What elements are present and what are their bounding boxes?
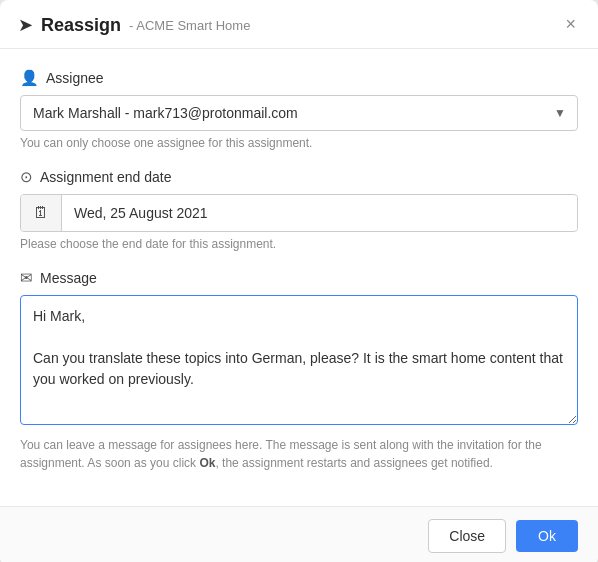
dialog-subtitle: - ACME Smart Home bbox=[129, 18, 250, 33]
dialog-footer: Close Ok bbox=[0, 506, 598, 562]
date-hint: Please choose the end date for this assi… bbox=[20, 237, 578, 251]
reassign-dialog: ➤ Reassign - ACME Smart Home × 👤 Assigne… bbox=[0, 0, 598, 562]
message-textarea[interactable] bbox=[20, 295, 578, 425]
clock-icon: ⊙ bbox=[20, 168, 33, 186]
mail-icon: ✉ bbox=[20, 269, 33, 287]
dialog-body: 👤 Assignee Mark Marshall - mark713@proto… bbox=[0, 49, 598, 506]
assignee-select[interactable]: Mark Marshall - mark713@protonmail.com bbox=[20, 95, 578, 131]
user-icon: 👤 bbox=[20, 69, 39, 87]
date-input-wrapper: 🗓 bbox=[20, 194, 578, 232]
assignee-section: 👤 Assignee Mark Marshall - mark713@proto… bbox=[20, 69, 578, 150]
message-section: ✉ Message You can leave a message for as… bbox=[20, 269, 578, 472]
message-label: ✉ Message bbox=[20, 269, 578, 287]
date-section: ⊙ Assignment end date 🗓 Please choose th… bbox=[20, 168, 578, 251]
close-button[interactable]: Close bbox=[428, 519, 506, 553]
ok-button[interactable]: Ok bbox=[516, 520, 578, 552]
message-hint: You can leave a message for assignees he… bbox=[20, 436, 578, 472]
date-label: ⊙ Assignment end date bbox=[20, 168, 578, 186]
assignee-select-wrapper: Mark Marshall - mark713@protonmail.com ▼ bbox=[20, 95, 578, 131]
date-input[interactable] bbox=[62, 196, 577, 230]
dialog-close-button[interactable]: × bbox=[559, 13, 582, 35]
dialog-title: Reassign bbox=[41, 15, 121, 36]
arrow-icon: ➤ bbox=[18, 14, 33, 36]
dialog-header: ➤ Reassign - ACME Smart Home × bbox=[0, 0, 598, 49]
assignee-label: 👤 Assignee bbox=[20, 69, 578, 87]
calendar-icon: 🗓 bbox=[21, 195, 62, 231]
assignee-hint: You can only choose one assignee for thi… bbox=[20, 136, 578, 150]
